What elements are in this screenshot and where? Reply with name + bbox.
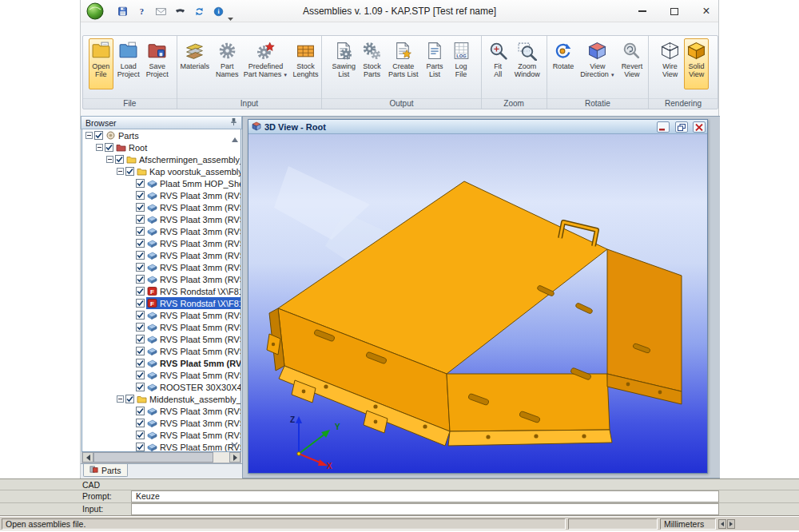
view3d-viewport[interactable]: Z Y X <box>248 134 707 473</box>
tree-item[interactable]: RVS Plaat 5mm (RVS <box>82 309 240 321</box>
expander-icon[interactable] <box>106 156 113 163</box>
tree-item[interactable]: RVS Plaat 3mm (RVS <box>82 273 240 285</box>
save-icon[interactable] <box>116 5 129 18</box>
cad-bar[interactable]: CAD <box>0 478 799 490</box>
save-project-button[interactable]: SaveProject <box>144 38 171 89</box>
checkbox-checked-icon[interactable] <box>136 251 145 260</box>
checkbox-checked-icon[interactable] <box>115 155 124 164</box>
stock-parts-button[interactable]: StockParts <box>360 38 384 89</box>
tree-item[interactable]: RVS Plaat 3mm (RVS <box>82 201 240 213</box>
spinner-right-arrow[interactable] <box>727 519 735 529</box>
tree-item[interactable]: RVS Plaat 5mm (RVS <box>82 345 240 357</box>
checkbox-checked-icon[interactable] <box>136 299 145 308</box>
close-button[interactable]: × <box>699 4 714 18</box>
scroll-right-button[interactable] <box>229 452 240 463</box>
tree-item[interactable]: FRVS Rondstaf \X\F81 <box>82 285 240 297</box>
checkbox-checked-icon[interactable] <box>136 263 145 272</box>
checkbox-checked-icon[interactable] <box>94 131 103 140</box>
mail-icon[interactable] <box>154 5 167 18</box>
spinner-left-arrow[interactable] <box>718 519 726 529</box>
help-icon[interactable]: ? <box>135 5 148 18</box>
predefined-part-names-button[interactable]: PredefinedPart Names▼ <box>242 38 288 89</box>
stock-lenghts-button[interactable]: StockLenghts <box>290 38 320 89</box>
input-field[interactable] <box>131 503 719 515</box>
tree-item[interactable]: RVS Plaat 3mm (RVS <box>82 213 240 225</box>
checkbox-checked-icon[interactable] <box>136 191 145 200</box>
checkbox-checked-icon[interactable] <box>136 215 145 224</box>
view3d-titlebar[interactable]: 3D View - Root <box>248 120 707 134</box>
scroll-track[interactable] <box>213 452 229 463</box>
rotate-button[interactable]: Rotate <box>551 38 577 89</box>
tree-item[interactable]: RVS Plaat 3mm (RVS <box>82 405 240 417</box>
checkbox-checked-icon[interactable] <box>125 395 134 403</box>
tree-item[interactable]: RVS Plaat 5mm (RV <box>82 357 240 369</box>
create-parts-list-button[interactable]: CreateParts List <box>386 38 421 89</box>
part-names-button[interactable]: PartNames <box>213 38 241 89</box>
app-logo-icon[interactable] <box>86 2 104 20</box>
tree-item[interactable]: RVS Plaat 3mm (RVS <box>82 189 240 201</box>
tab-parts[interactable]: Parts <box>83 464 128 477</box>
expander-icon[interactable] <box>85 132 93 139</box>
checkbox-checked-icon[interactable] <box>136 287 145 296</box>
tree-item[interactable]: RVS Plaat 3mm (RVS <box>82 249 240 261</box>
checkbox-checked-icon[interactable] <box>136 431 145 439</box>
info-icon[interactable]: i <box>212 5 225 18</box>
tree-item[interactable]: RVS Plaat 3mm (RVS <box>82 417 240 429</box>
tree-item[interactable]: RVS Plaat 5mm (RVS <box>82 429 240 441</box>
view3d-close-button[interactable] <box>693 121 706 133</box>
checkbox-checked-icon[interactable] <box>136 383 145 391</box>
revert-view-button[interactable]: RevertView <box>619 38 646 89</box>
view3d-restore-button[interactable] <box>675 121 688 133</box>
tree-item[interactable]: Kap voorstuk_assembly_ <box>82 165 240 177</box>
checkbox-checked-icon[interactable] <box>136 203 145 212</box>
tree-item[interactable]: RVS Plaat 5mm (RVS <box>82 369 240 381</box>
fit-all-button[interactable]: FitAll <box>486 38 511 89</box>
checkbox-checked-icon[interactable] <box>136 311 145 320</box>
checkbox-checked-icon[interactable] <box>136 335 145 343</box>
tree-item[interactable]: RVS Plaat 3mm (RVS <box>82 237 240 249</box>
checkbox-checked-icon[interactable] <box>136 371 145 379</box>
checkbox-checked-icon[interactable] <box>136 359 145 367</box>
expander-icon[interactable] <box>96 144 103 151</box>
wire-view-button[interactable]: WireView <box>658 38 682 89</box>
tree-item[interactable]: Parts <box>82 129 240 141</box>
checkbox-checked-icon[interactable] <box>105 143 113 152</box>
checkbox-checked-icon[interactable] <box>136 275 145 284</box>
tree-item[interactable]: Plaat 5mm HOP_She <box>82 177 240 189</box>
expander-icon[interactable] <box>117 168 124 175</box>
checkbox-checked-icon[interactable] <box>125 167 134 176</box>
minimize-button[interactable] <box>635 4 650 18</box>
tree-item[interactable]: Afschermingen_assembly_ <box>82 153 240 165</box>
tree-horizontal-scrollbar[interactable] <box>81 452 241 463</box>
view3d-minimize-button[interactable] <box>657 121 670 133</box>
solid-view-button[interactable]: SolidView <box>684 38 709 89</box>
checkbox-checked-icon[interactable] <box>136 239 145 248</box>
parts-list-button[interactable]: PartsList <box>423 38 447 89</box>
tree-item[interactable]: Root <box>82 141 240 153</box>
sawing-list-button[interactable]: SawingList <box>329 38 358 89</box>
toolbar-options-chevron-icon[interactable] <box>228 10 233 24</box>
expander-icon[interactable] <box>117 395 124 403</box>
zoom-window-button[interactable]: ZoomWindow <box>512 38 543 89</box>
view-direction-button[interactable]: ViewDirection▼ <box>578 38 617 89</box>
maximize-button[interactable] <box>667 4 682 18</box>
tree-item[interactable]: FRVS Rondstaf \X\F81 <box>82 297 240 309</box>
scroll-thumb[interactable] <box>93 452 213 463</box>
checkbox-checked-icon[interactable] <box>136 179 145 188</box>
tree-item[interactable]: Middenstuk_assembly_1 <box>82 393 240 405</box>
materials-button[interactable]: Materials <box>177 38 212 89</box>
checkbox-checked-icon[interactable] <box>136 407 145 415</box>
units-spinner[interactable] <box>718 519 735 529</box>
checkbox-checked-icon[interactable] <box>136 443 145 451</box>
tree-item[interactable]: RVS Plaat 5mm (RVS <box>82 441 240 452</box>
phone-icon[interactable] <box>173 5 186 18</box>
tree-item[interactable]: ROOSTER 30X30X4 F <box>82 381 240 393</box>
sync-icon[interactable] <box>193 5 205 18</box>
pin-icon[interactable] <box>229 117 238 128</box>
tree-item[interactable]: RVS Plaat 5mm (RVS <box>82 333 240 345</box>
tree-item[interactable]: RVS Plaat 5mm (RVS <box>82 321 240 333</box>
tree-item[interactable]: RVS Plaat 3mm (RVS <box>82 261 240 273</box>
tree-item[interactable]: RVS Plaat 3mm (RVS <box>82 225 240 237</box>
checkbox-checked-icon[interactable] <box>136 227 145 236</box>
tree-scroll-up-arrow[interactable] <box>232 131 238 145</box>
